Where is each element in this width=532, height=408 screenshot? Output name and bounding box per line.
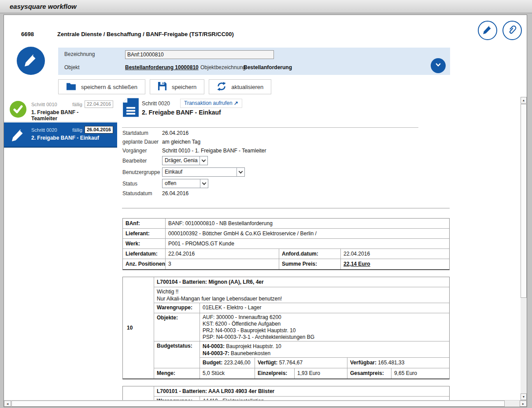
sidebar-step-2[interactable]: Schritt 0020 fällig 26.04.2016 2. Freiga… (4, 122, 117, 148)
horizontal-scrollbar[interactable]: ◄ ► (4, 400, 527, 407)
table-row: Budgetstatus: N4-0003: Bauprojekt Haupts… (154, 341, 449, 368)
table-row: Warengruppe: 01ELEK - Elektro - Lager (154, 303, 449, 313)
benutzergruppe-select[interactable]: Einkauf (162, 167, 245, 177)
chevron-down-icon (200, 179, 208, 188)
bezeichnung-input[interactable] (125, 50, 274, 59)
refresh-icon (217, 82, 226, 93)
bearbeiter-select[interactable]: Dräger, Genia (162, 156, 208, 165)
objektbezeichnung-label: Objektbezeichnung (200, 64, 246, 70)
gesamtpreis-value: 9,65 Euro (392, 368, 449, 378)
app-titlebar: easysquare workflow (0, 0, 532, 13)
banf-label: BAnf: (123, 219, 166, 228)
position-table-1: 10 L700104 - Batterien: Mignon (AA), LR6… (122, 277, 450, 379)
check-circle-icon (10, 101, 26, 118)
budget-cell: Verfügt: 57.764,67 (255, 358, 347, 368)
table-row: Anz. Positionen: 3 Summe Preis: 22,14 Eu… (123, 259, 449, 269)
budget-label: Budget: (203, 360, 222, 366)
anforddatum-label: Anford.datum: (279, 249, 341, 259)
divider (122, 127, 418, 128)
bearbeiter-value: Dräger, Genia (163, 156, 200, 165)
budget-value: 57.764,67 (277, 360, 303, 366)
folder-icon (66, 82, 76, 92)
objekt-line: PSP: N4-0003-7-3-1 - Architektenleistung… (203, 334, 447, 341)
objekt-link[interactable]: Bestellanforderung 10000810 (125, 64, 199, 70)
bearbeiter-label: Bearbeiter (122, 158, 147, 164)
refresh-button[interactable]: aktualisieren (209, 79, 271, 94)
save-close-button[interactable]: speichern & schließen (58, 79, 145, 94)
attachments-button[interactable] (502, 21, 522, 40)
horizontal-scrollbar-thumb[interactable] (11, 401, 505, 407)
positionen-label: Anz. Positionen: (123, 259, 166, 269)
due-label: fällig (72, 127, 82, 133)
lieferdatum-value: 22.04.2016 (166, 249, 279, 259)
positionen-value: 3 (166, 259, 279, 269)
position-number (123, 386, 154, 401)
statusdatum-label: Statusdatum (122, 190, 152, 197)
scroll-up-button[interactable]: ▲ (521, 97, 527, 104)
budget-text: Bauprojekt Hauptstr. 10 (225, 343, 281, 349)
table-row: Menge: 5,0 Stück Einzelpreis: 1,93 Euro … (154, 368, 449, 378)
anforddatum-value: 22.04.2016 (341, 249, 449, 259)
chevron-down-icon (200, 156, 207, 165)
werk-label: Werk: (123, 239, 166, 249)
pen-icon (10, 126, 26, 143)
refresh-label: aktualisieren (231, 84, 263, 90)
banf-value: BANF: 0010000810 - NB Bestellanforderung (166, 219, 449, 228)
lieferant-value: 0000100392 - Böttcher GmbH & Co.KG Elekt… (166, 229, 449, 238)
summe-preis-cell: 22,14 Euro (341, 259, 449, 269)
status-label: Status (122, 181, 137, 187)
startdatum-value: 26.04.2016 (162, 130, 188, 136)
budget-cell: Budget: 223.246,00 (200, 358, 255, 368)
budget-figures: Budget: 223.246,00 Verfügt: 57.764,67 Ve… (200, 358, 449, 368)
chevron-down-icon (434, 60, 443, 71)
objekte-value: AUF: 300000 - Innenauftrag 6200 KST: 620… (200, 313, 449, 341)
summe-preis-link[interactable]: 22,14 Euro (344, 261, 370, 267)
step-number: Schritt 0010 (31, 102, 72, 107)
einzelpreis-label: Einzelpreis: (255, 368, 295, 378)
edit-button[interactable] (478, 21, 497, 40)
note-line: Wichtig !! (157, 288, 447, 295)
toolbar: speichern & schließen speichern aktualis… (58, 79, 271, 94)
divider (122, 208, 450, 208)
objektbezeichnung-value: Bestellanforderung (244, 64, 292, 70)
status-select[interactable]: offen (162, 179, 208, 188)
budgetstatus-label: Budgetstatus: (154, 341, 200, 368)
budget-value: 223.246,00 (222, 360, 250, 366)
budget-projects: N4-0003: Bauprojekt Hauptstr. 10 N4-0003… (200, 341, 449, 358)
menge-label: Menge: (154, 368, 200, 378)
step-number: Schritt 0020 (31, 127, 72, 133)
einzelpreis-value: 1,93 Euro (295, 368, 347, 378)
floppy-icon (158, 82, 167, 92)
external-link-icon: ↗ (234, 100, 238, 106)
werk-value: P001 - PROMOS.GT Kunde (166, 239, 449, 249)
objekt-line: KST: 6200 - Öffentliche Aufgaben (203, 321, 447, 327)
due-label: fällig (72, 102, 82, 107)
save-button[interactable]: speichern (150, 79, 204, 94)
scroll-left-button[interactable]: ◄ (4, 401, 11, 407)
note-line: Nur Alkali-Mangan fuer lange Lebensdauer… (157, 295, 447, 302)
vertical-scrollbar[interactable]: ▲ ▼ (521, 97, 527, 400)
document-icon (122, 97, 139, 119)
position-note: Wichtig !! Nur Alkali-Mangan fuer lange … (154, 287, 449, 303)
table-row: Lieferdatum: 22.04.2016 Anford.datum: 22… (123, 249, 449, 259)
due-date: 22.04.2016 (85, 100, 113, 108)
save-label: speichern (172, 84, 196, 90)
budget-label: Verfügt: (258, 360, 277, 366)
bezeichnung-label: Bezeichnung (64, 51, 95, 57)
open-transaction-link[interactable]: Transaktion aufrufen ↗ (180, 99, 242, 108)
table-row: Werk: P001 - PROMOS.GT Kunde (123, 239, 449, 249)
dauer-label: geplante Dauer (122, 139, 159, 145)
position-title: L700104 - Batterien: Mignon (AA), LR6, 4… (154, 277, 449, 287)
benutzergruppe-label: Benutzergruppe (122, 169, 160, 175)
due-date: 26.04.2016 (85, 126, 113, 134)
collapse-panel-button[interactable] (431, 58, 446, 73)
scroll-right-button[interactable]: ► (520, 401, 527, 407)
objekt-line: PRJ: N4-0003 - Bauprojekt Hauptstr. 10 (203, 327, 447, 334)
budget-label: Verfügbar: (350, 360, 377, 366)
vertical-scrollbar-thumb[interactable] (521, 104, 527, 298)
open-transaction-label: Transaktion aufrufen (184, 100, 233, 106)
step-detail-title: 2. Freigabe BANF - Einkauf (142, 109, 221, 116)
workflow-avatar (17, 47, 45, 75)
scroll-down-button[interactable]: ▼ (521, 393, 527, 400)
sidebar-step-1[interactable]: Schritt 0010 fällig 22.04.2016 1. Freiga… (4, 97, 117, 122)
